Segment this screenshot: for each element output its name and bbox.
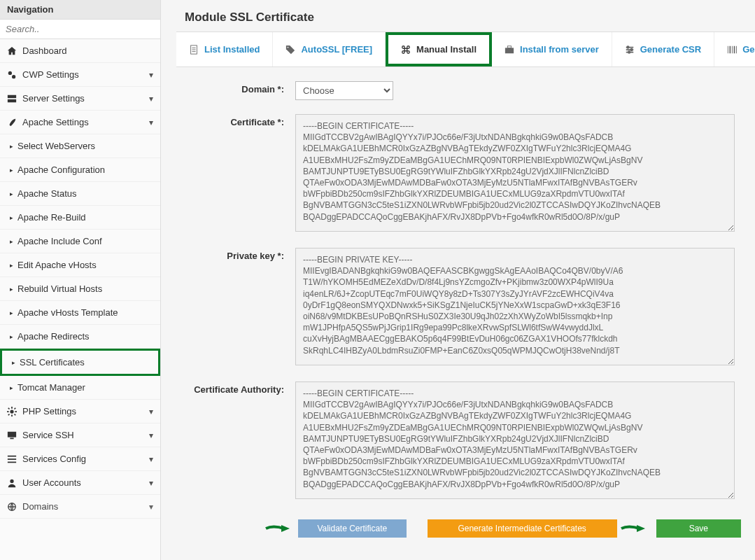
sub-rebuild-virtual-hosts[interactable]: ▸Rebuild Virtual Hosts: [0, 277, 160, 301]
svg-point-13: [288, 46, 289, 48]
monitor-icon: [7, 430, 17, 440]
tab-install-from-server[interactable]: Install from server: [492, 32, 612, 66]
sub-ssl-certificates[interactable]: ▸SSL Certificates: [0, 349, 160, 376]
briefcase-icon: [504, 45, 514, 55]
search-input[interactable]: [0, 20, 160, 39]
sidebar: Navigation Dashboard CWP Settings Server…: [0, 0, 161, 560]
chevron-down-icon: [149, 454, 153, 464]
nav-cwp-settings[interactable]: CWP Settings: [0, 63, 160, 87]
sub-apache-vhosts-template[interactable]: ▸Apache vHosts Template: [0, 301, 160, 325]
sub-apache-configuration[interactable]: ▸Apache Configuration: [0, 158, 160, 182]
sub-edit-apache-vhosts[interactable]: ▸Edit Apache vHosts: [0, 253, 160, 277]
sub-label: Rebuild Virtual Hosts: [17, 284, 102, 294]
sub-label: Apache vHosts Template: [17, 307, 118, 318]
chevron-down-icon: [149, 501, 153, 512]
tab-list-installed[interactable]: List Installed: [176, 32, 273, 66]
list-icon: [7, 454, 17, 464]
svg-rect-8: [8, 458, 16, 460]
caret-icon: ▸: [10, 190, 13, 197]
svg-rect-21: [732, 46, 733, 53]
caret-icon: ▸: [10, 333, 13, 340]
doc-icon: [189, 45, 199, 55]
nav-user-accounts[interactable]: User Accounts: [0, 471, 160, 495]
tab-label: Generate S: [742, 44, 755, 55]
nav-label: PHP Settings: [22, 406, 76, 416]
svg-rect-2: [8, 94, 16, 97]
privatekey-textarea[interactable]: -----BEGIN PRIVATE KEY----- MIIEvgIBADAN…: [295, 248, 735, 365]
nav-server-settings[interactable]: Server Settings: [0, 87, 160, 111]
nav-label: Dashboard: [22, 46, 67, 56]
nav-label: CWP Settings: [22, 69, 79, 80]
sub-label: Apache Redirects: [17, 331, 90, 342]
nav-label: Services Config: [22, 454, 86, 464]
nav-label: User Accounts: [22, 477, 81, 488]
chevron-down-icon: [149, 117, 153, 127]
svg-rect-22: [734, 46, 735, 53]
caret-icon: ▸: [10, 143, 13, 150]
tab-generate-s[interactable]: Generate S: [714, 32, 755, 66]
svg-rect-3: [8, 99, 16, 102]
button-row: Validate Certificate Generate Intermedia…: [190, 515, 741, 538]
caret-icon: ▸: [10, 309, 13, 316]
nav-domains[interactable]: Domains: [0, 495, 160, 519]
user-icon: [7, 478, 17, 488]
sub-label: Apache Re-Build: [17, 212, 86, 223]
chevron-down-icon: [149, 69, 153, 80]
chevron-down-icon: [149, 93, 153, 104]
svg-point-10: [10, 479, 13, 482]
tabs: List Installed AutoSSL [FREE] Manual Ins…: [176, 32, 755, 67]
tab-generate-csr[interactable]: Generate CSR: [612, 32, 714, 66]
sub-apache-status[interactable]: ▸Apache Status: [0, 182, 160, 206]
sub-label: Apache Include Conf: [17, 236, 102, 246]
nav-title: Navigation: [0, 0, 160, 20]
nav-label: Apache Settings: [22, 117, 89, 127]
generate-intermediate-button[interactable]: Generate Intermediate Certificates: [428, 519, 617, 538]
tab-autossl[interactable]: AutoSSL [FREE]: [273, 32, 386, 66]
tab-label: Install from server: [520, 44, 599, 55]
tag-icon: [285, 45, 295, 55]
nav-php-settings[interactable]: PHP Settings: [0, 400, 160, 424]
caret-icon: ▸: [12, 359, 15, 366]
certificate-textarea[interactable]: -----BEGIN CERTIFICATE----- MIIGdTCCBV2g…: [295, 114, 735, 232]
barcode-icon: [727, 45, 737, 55]
caret-icon: ▸: [10, 262, 13, 269]
sub-tomcat-manager[interactable]: ▸Tomcat Manager: [0, 376, 160, 400]
chevron-down-icon: [149, 406, 153, 416]
sub-label: SSL Certificates: [20, 357, 85, 368]
home-icon: [7, 46, 17, 56]
sub-apache-include-conf[interactable]: ▸Apache Include Conf: [0, 230, 160, 253]
sub-label: Select WebServers: [17, 141, 95, 151]
arrow-icon: [620, 523, 651, 534]
feather-icon: [7, 118, 17, 127]
nav-apache-settings[interactable]: Apache Settings: [0, 111, 160, 134]
nav-label: Server Settings: [22, 93, 85, 104]
tab-manual-install[interactable]: Manual Install: [386, 32, 492, 66]
domain-label: Domain *:: [190, 81, 295, 100]
command-icon: [401, 45, 411, 55]
svg-rect-9: [8, 461, 16, 463]
caret-icon: ▸: [10, 167, 13, 174]
chevron-down-icon: [149, 430, 153, 440]
domain-select[interactable]: Choose: [295, 81, 393, 100]
nav-dashboard[interactable]: Dashboard: [0, 39, 160, 63]
main-content: Module SSL Certificate List Installed Au…: [161, 0, 755, 560]
nav-label: Service SSH: [22, 430, 74, 440]
sliders-icon: [625, 45, 635, 55]
validate-button[interactable]: Validate Certificate: [298, 519, 407, 538]
nav-service-ssh[interactable]: Service SSH: [0, 424, 160, 447]
certificate-label: Certificate *:: [190, 114, 295, 234]
sub-apache-rebuild[interactable]: ▸Apache Re-Build: [0, 206, 160, 230]
caret-icon: ▸: [10, 286, 13, 293]
tab-label: Manual Install: [416, 44, 477, 55]
nav-services-config[interactable]: Services Config: [0, 447, 160, 471]
globe-icon: [7, 502, 17, 512]
caret-icon: ▸: [10, 238, 13, 245]
chevron-down-icon: [149, 477, 153, 488]
save-button[interactable]: Save: [656, 519, 741, 538]
sub-label: Apache Configuration: [17, 164, 105, 175]
svg-rect-23: [736, 46, 737, 53]
sub-select-webservers[interactable]: ▸Select WebServers: [0, 134, 160, 158]
svg-rect-7: [8, 455, 16, 456]
ca-textarea[interactable]: -----BEGIN CERTIFICATE----- MIIGdTCCBV2g…: [295, 382, 735, 499]
sub-apache-redirects[interactable]: ▸Apache Redirects: [0, 325, 160, 349]
